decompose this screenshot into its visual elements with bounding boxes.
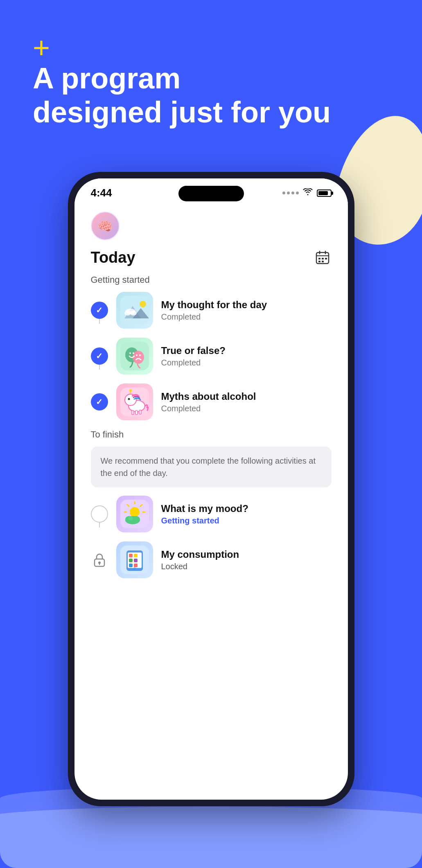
activity-title: True or false?	[161, 345, 332, 356]
app-content: 🧠 Today	[74, 203, 348, 587]
svg-rect-49	[134, 559, 138, 562]
activity-status: Completed	[161, 358, 332, 367]
activity-title: Myths about alcohol	[161, 391, 332, 402]
empty-circle-4	[91, 505, 108, 523]
activity-info-2: True or false? Completed	[161, 345, 332, 367]
check-circle-3: ✓	[91, 393, 108, 410]
phone-frame: 4:44	[68, 172, 354, 806]
svg-point-15	[133, 351, 144, 364]
check-circle-2: ✓	[91, 347, 108, 365]
status-icons	[282, 188, 332, 198]
svg-point-12	[130, 311, 137, 316]
svg-point-29	[130, 507, 140, 517]
svg-rect-27	[139, 410, 141, 414]
svg-rect-4	[318, 261, 320, 262]
activity-info-4: What is my mood? Getting started	[161, 503, 332, 525]
activity-status: Locked	[161, 562, 332, 571]
to-finish-list: What is my mood? Getting started	[91, 496, 332, 578]
list-item[interactable]: What is my mood? Getting started	[91, 496, 332, 532]
svg-point-24	[128, 398, 130, 400]
activity-info-3: Myths about alcohol Completed	[161, 391, 332, 413]
svg-point-37	[132, 516, 140, 523]
signal-icon	[282, 192, 299, 194]
getting-started-list: ✓	[91, 292, 332, 420]
svg-rect-3	[325, 258, 327, 259]
svg-point-52	[133, 567, 136, 570]
activity-status: Completed	[161, 312, 332, 322]
calendar-icon[interactable]	[314, 248, 332, 266]
getting-started-label: Getting started	[91, 275, 332, 285]
svg-rect-45	[129, 554, 133, 557]
list-item[interactable]: ✓	[91, 292, 332, 329]
list-item[interactable]: ✓	[91, 383, 332, 420]
activity-thumb-consumption	[116, 541, 153, 578]
to-finish-label: To finish	[91, 429, 332, 440]
today-header: Today	[91, 248, 332, 266]
activity-status: Completed	[161, 404, 332, 413]
svg-point-19	[139, 354, 141, 356]
svg-point-11	[124, 311, 131, 316]
activity-thumb-truefalse	[116, 338, 153, 374]
svg-point-38	[128, 516, 133, 521]
info-box-text: We recommend that you complete the follo…	[101, 455, 322, 479]
svg-rect-48	[129, 559, 133, 562]
activity-info-1: My thought for the day Completed	[161, 299, 332, 322]
svg-rect-1	[318, 258, 320, 259]
plus-icon: +	[33, 33, 50, 62]
svg-rect-50	[129, 564, 133, 567]
svg-point-16	[129, 352, 131, 354]
svg-rect-5	[322, 261, 324, 262]
hero-title: A program designed just for you	[33, 61, 389, 129]
activity-info-5: My consumption Locked	[161, 549, 332, 571]
activity-title: What is my mood?	[161, 503, 332, 514]
dynamic-island	[178, 186, 244, 201]
info-box: We recommend that you complete the follo…	[91, 446, 332, 487]
check-circle-1: ✓	[91, 302, 108, 319]
status-time: 4:44	[91, 187, 112, 199]
activity-status: Getting started	[161, 516, 332, 525]
wifi-icon	[303, 188, 313, 198]
svg-rect-46	[134, 554, 138, 557]
svg-rect-51	[134, 564, 138, 567]
activity-thumb-mood	[116, 496, 153, 532]
list-item: My consumption Locked	[91, 541, 332, 578]
activity-title: My thought for the day	[161, 299, 332, 311]
svg-rect-26	[135, 410, 138, 415]
svg-point-17	[133, 352, 134, 354]
activity-thumb-myths	[116, 383, 153, 420]
to-finish-section: To finish We recommend that you complete…	[91, 429, 332, 578]
battery-icon	[317, 189, 332, 197]
list-item[interactable]: ✓	[91, 338, 332, 374]
svg-rect-25	[132, 410, 134, 415]
page-title: Today	[91, 249, 135, 266]
svg-point-18	[136, 354, 138, 356]
activity-thumb-thought	[116, 292, 153, 329]
svg-point-9	[140, 301, 146, 307]
lock-icon	[91, 551, 108, 568]
activity-title: My consumption	[161, 549, 332, 560]
svg-rect-2	[322, 258, 324, 259]
avatar[interactable]: 🧠	[91, 212, 120, 240]
